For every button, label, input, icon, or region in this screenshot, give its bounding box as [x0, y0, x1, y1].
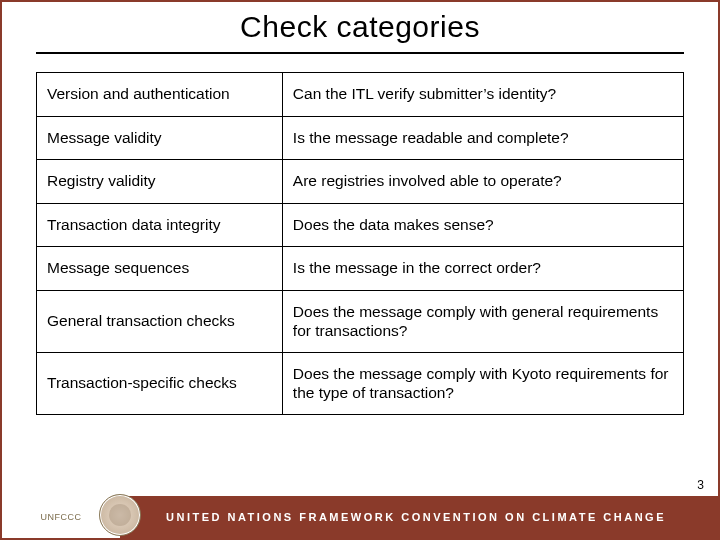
footer: UNFCCC UNITED NATIONS FRAMEWORK CONVENTI…: [2, 496, 718, 538]
table-row: Message sequences Is the message in the …: [37, 247, 684, 291]
table-row: Transaction data integrity Does the data…: [37, 203, 684, 247]
question-cell: Is the message readable and complete?: [282, 116, 683, 160]
slide: Check categories Version and authenticat…: [0, 0, 720, 540]
footer-banner-text: UNITED NATIONS FRAMEWORK CONVENTION ON C…: [166, 511, 666, 523]
table-row: General transaction checks Does the mess…: [37, 290, 684, 352]
category-cell: Message sequences: [37, 247, 283, 291]
slide-title: Check categories: [2, 10, 718, 44]
question-cell: Is the message in the correct order?: [282, 247, 683, 291]
question-cell: Does the message comply with general req…: [282, 290, 683, 352]
category-cell: Version and authentication: [37, 73, 283, 117]
page-number: 3: [697, 478, 704, 492]
question-cell: Does the data makes sense?: [282, 203, 683, 247]
question-cell: Can the ITL verify submitter’s identity?: [282, 73, 683, 117]
category-cell: Transaction-specific checks: [37, 353, 283, 415]
globe-icon: [99, 494, 141, 536]
unfccc-logo: UNFCCC: [41, 512, 82, 522]
table-row: Version and authentication Can the ITL v…: [37, 73, 684, 117]
table-row: Registry validity Are registries involve…: [37, 160, 684, 204]
category-cell: General transaction checks: [37, 290, 283, 352]
title-area: Check categories: [2, 2, 718, 48]
slide-body: Version and authentication Can the ITL v…: [2, 54, 718, 496]
categories-table: Version and authentication Can the ITL v…: [36, 72, 684, 415]
table-row: Transaction-specific checks Does the mes…: [37, 353, 684, 415]
category-cell: Registry validity: [37, 160, 283, 204]
question-cell: Does the message comply with Kyoto requi…: [282, 353, 683, 415]
category-cell: Transaction data integrity: [37, 203, 283, 247]
category-cell: Message validity: [37, 116, 283, 160]
footer-banner: UNITED NATIONS FRAMEWORK CONVENTION ON C…: [120, 496, 718, 538]
question-cell: Are registries involved able to operate?: [282, 160, 683, 204]
table-row: Message validity Is the message readable…: [37, 116, 684, 160]
